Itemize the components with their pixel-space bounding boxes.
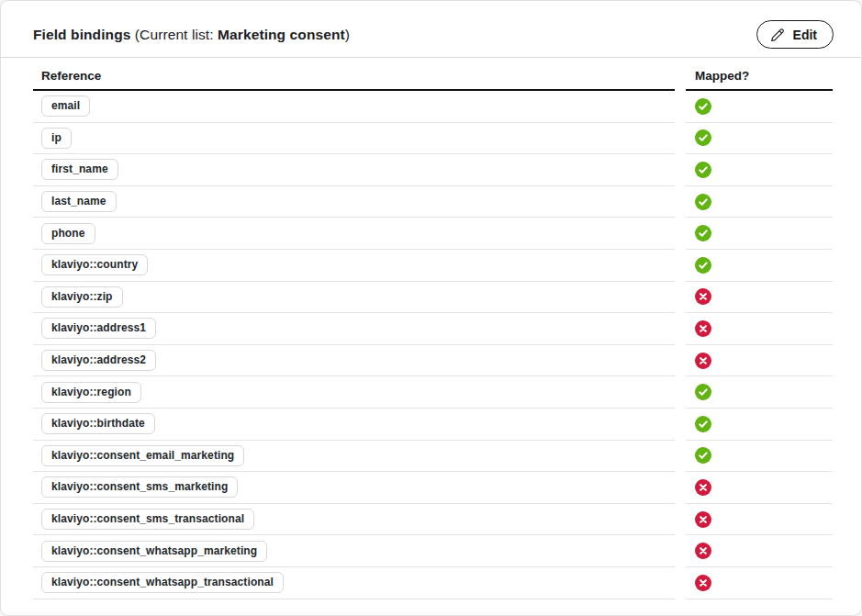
table-row: first_name (33, 154, 833, 186)
check-circle-icon (695, 98, 711, 115)
check-circle-icon (695, 384, 711, 400)
reference-badge: ip (41, 128, 72, 149)
mapped-cell (686, 345, 833, 377)
mapped-cell (686, 441, 833, 473)
x-circle-icon (695, 353, 711, 369)
table-header-row: Reference Mapped? (33, 58, 833, 91)
table-row: klaviyo::consent_sms_transactional (33, 504, 833, 536)
pencil-icon (770, 28, 785, 42)
check-circle-icon (695, 194, 711, 210)
reference-cell: klaviyo::region (33, 376, 675, 409)
x-circle-icon (695, 479, 711, 496)
reference-badge: first_name (41, 159, 118, 180)
reference-badge: klaviyo::consent_sms_marketing (41, 476, 238, 498)
mapped-cell (686, 504, 833, 536)
page-title-main: Field bindings (33, 27, 130, 42)
mapped-cell (686, 91, 833, 123)
table-row: klaviyo::address1 (33, 313, 833, 345)
table-body: email ip first_name last_name phone (33, 91, 833, 599)
reference-cell: klaviyo::consent_email_marketing (33, 441, 675, 473)
table-row: klaviyo::consent_email_marketing (33, 441, 833, 473)
mapped-cell (686, 282, 833, 314)
mapped-cell (686, 186, 833, 218)
column-header-mapped: Mapped? (686, 58, 833, 91)
mapped-cell (686, 567, 833, 599)
check-circle-icon (695, 129, 711, 146)
table-row: klaviyo::zip (33, 282, 833, 314)
reference-cell: klaviyo::consent_sms_transactional (33, 504, 675, 536)
mapped-cell (686, 472, 833, 504)
table-row: klaviyo::birthdate (33, 409, 833, 441)
reference-badge: klaviyo::region (41, 382, 141, 403)
mapped-cell (686, 313, 833, 345)
reference-cell: klaviyo::country (33, 250, 675, 282)
page-title: Field bindings (Current list: Marketing … (33, 27, 350, 43)
reference-badge: klaviyo::address2 (41, 350, 156, 371)
reference-cell: first_name (33, 154, 675, 186)
table-row: klaviyo::consent_whatsapp_marketing (33, 535, 833, 567)
reference-cell: klaviyo::consent_whatsapp_marketing (33, 535, 675, 567)
card-header: Field bindings (Current list: Marketing … (1, 1, 861, 58)
reference-badge: klaviyo::birthdate (41, 413, 155, 434)
reference-cell: last_name (33, 186, 675, 218)
reference-cell: ip (33, 123, 675, 155)
reference-badge: phone (41, 223, 95, 244)
check-circle-icon (695, 447, 711, 464)
reference-cell: email (33, 91, 675, 123)
reference-badge: klaviyo::consent_whatsapp_marketing (41, 541, 267, 562)
x-circle-icon (695, 543, 711, 559)
reference-cell: klaviyo::address2 (33, 345, 675, 377)
reference-badge: email (41, 95, 90, 117)
reference-badge: klaviyo::consent_sms_transactional (41, 509, 254, 530)
mapped-cell (686, 123, 833, 155)
table-row: klaviyo::region (33, 376, 833, 409)
edit-button-label: Edit (793, 28, 817, 42)
check-circle-icon (695, 257, 711, 274)
mapped-cell (686, 535, 833, 567)
reference-badge: klaviyo::zip (41, 286, 123, 308)
check-circle-icon (695, 225, 711, 241)
table-row: klaviyo::address2 (33, 345, 833, 377)
x-circle-icon (695, 511, 711, 528)
x-circle-icon (695, 288, 711, 305)
reference-cell: klaviyo::address1 (33, 313, 675, 345)
reference-badge: last_name (41, 191, 117, 212)
check-circle-icon (695, 416, 711, 432)
table-row: phone (33, 218, 833, 250)
current-list-name: Marketing consent (218, 27, 345, 42)
mapped-cell (686, 409, 833, 441)
table-row: klaviyo::country (33, 250, 833, 282)
mapped-cell (686, 218, 833, 250)
table-row: email (33, 91, 833, 123)
table-row: klaviyo::consent_whatsapp_transactional (33, 567, 833, 599)
mapped-cell (686, 376, 833, 409)
table-row: klaviyo::consent_sms_marketing (33, 472, 833, 504)
field-bindings-card: Field bindings (Current list: Marketing … (0, 0, 862, 616)
table-row: last_name (33, 186, 833, 218)
reference-cell: klaviyo::birthdate (33, 409, 675, 441)
reference-badge: klaviyo::country (41, 254, 148, 275)
column-header-reference: Reference (33, 58, 675, 91)
page-title-current-list-label: (Current list: (130, 27, 218, 42)
reference-cell: klaviyo::consent_sms_marketing (33, 472, 675, 504)
reference-badge: klaviyo::consent_email_marketing (41, 445, 244, 466)
page-title-paren-close: ) (345, 27, 350, 42)
x-circle-icon (695, 320, 711, 337)
reference-cell: phone (33, 218, 675, 250)
mapped-cell (686, 250, 833, 282)
field-bindings-table: Reference Mapped? email ip first_name la… (1, 58, 861, 599)
table-row: ip (33, 123, 833, 155)
reference-cell: klaviyo::consent_whatsapp_transactional (33, 567, 675, 599)
check-circle-icon (695, 162, 711, 178)
reference-badge: klaviyo::address1 (41, 318, 156, 339)
x-circle-icon (695, 575, 711, 591)
reference-cell: klaviyo::zip (33, 282, 675, 314)
mapped-cell (686, 154, 833, 186)
edit-button[interactable]: Edit (756, 20, 834, 49)
reference-badge: klaviyo::consent_whatsapp_transactional (41, 572, 284, 593)
